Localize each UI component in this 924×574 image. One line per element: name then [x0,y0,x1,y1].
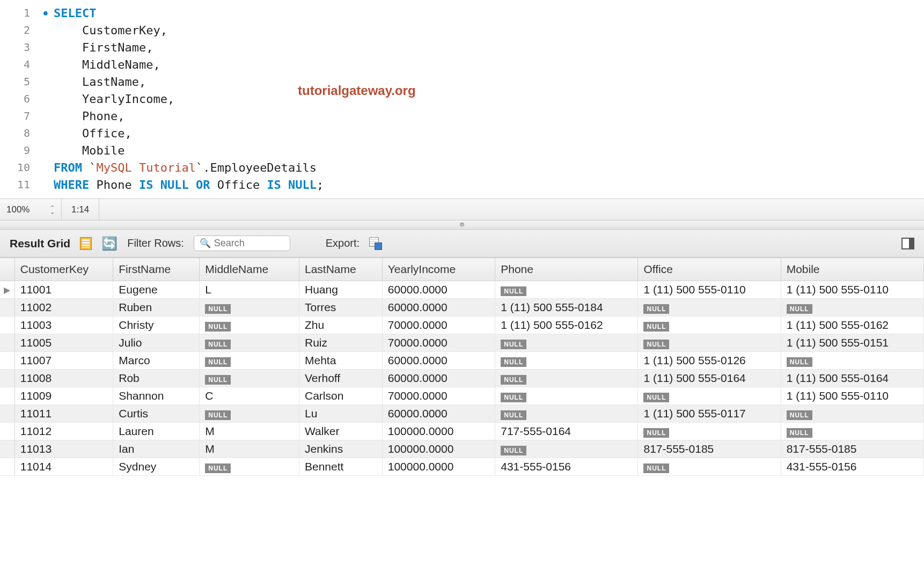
cell-office[interactable]: NULL [638,423,781,440]
column-header-phone[interactable]: Phone [495,258,638,281]
table-row[interactable]: 11012LaurenMWalker100000.0000717-555-016… [0,423,924,440]
cell-mobile[interactable]: 1 (11) 500 555-0110 [781,387,923,405]
cell-yearlyincome[interactable]: 100000.0000 [382,423,495,440]
cell-yearlyincome[interactable]: 60000.0000 [382,281,495,299]
cell-phone[interactable]: 1 (11) 500 555-0184 [495,299,638,317]
cell-firstname[interactable]: Ruben [113,299,200,317]
cell-customerkey[interactable]: 11009 [14,387,113,405]
splitter-handle[interactable] [0,220,924,230]
cell-firstname[interactable]: Ian [113,440,200,458]
table-row[interactable]: 11014SydneyNULLBennett100000.0000431-555… [0,458,924,476]
code-line[interactable]: 2 CustomerKey, [0,21,924,39]
cell-phone[interactable]: NULL [495,281,638,299]
cell-customerkey[interactable]: 11012 [14,423,113,440]
column-header-firstname[interactable]: FirstName [113,258,200,281]
cell-office[interactable]: 817-555-0185 [638,440,781,458]
cell-office[interactable]: NULL [638,317,781,334]
cell-phone[interactable]: NULL [495,405,638,423]
cell-office[interactable]: 1 (11) 500 555-0110 [638,281,781,299]
cell-mobile[interactable]: 431-555-0156 [781,458,923,476]
cell-yearlyincome[interactable]: 100000.0000 [382,440,495,458]
code-text[interactable]: FROM `MySQL Tutorial`.EmployeeDetails [54,161,317,174]
cell-mobile[interactable]: 1 (11) 500 555-0110 [781,281,923,299]
cell-mobile[interactable]: 817-555-0185 [781,440,923,458]
cell-yearlyincome[interactable]: 70000.0000 [382,317,495,334]
cell-phone[interactable]: 1 (11) 500 555-0162 [495,317,638,334]
table-row[interactable]: 11013IanMJenkins100000.0000NULL817-555-0… [0,440,924,458]
cell-customerkey[interactable]: 11001 [14,281,113,299]
cell-firstname[interactable]: Curtis [113,405,200,423]
cell-lastname[interactable]: Torres [299,299,382,317]
code-text[interactable]: Phone, [54,109,124,123]
cell-middlename[interactable]: NULL [200,317,299,334]
cell-phone[interactable]: NULL [495,387,638,405]
cell-firstname[interactable]: Lauren [113,423,200,440]
table-row[interactable]: 11008RobNULLVerhoff60000.0000NULL1 (11) … [0,370,924,387]
code-text[interactable]: Mobile [54,144,124,157]
cell-customerkey[interactable]: 11008 [14,370,113,387]
code-line[interactable]: 11WHERE Phone IS NULL OR Office IS NULL; [0,176,924,193]
cell-yearlyincome[interactable]: 60000.0000 [382,352,495,370]
cell-phone[interactable]: 717-555-0164 [495,423,638,440]
column-header-yearlyincome[interactable]: YearlyIncome [382,258,495,281]
zoom-stepper-icon[interactable]: ⌃⌄ [50,205,55,214]
table-row[interactable]: 11009ShannonCCarlson70000.0000NULLNULL1 … [0,387,924,405]
cell-customerkey[interactable]: 11007 [14,352,113,370]
cell-mobile[interactable]: NULL [781,352,923,370]
code-line[interactable]: 3 FirstName, [0,39,924,56]
cell-lastname[interactable]: Jenkins [299,440,382,458]
cell-office[interactable]: 1 (11) 500 555-0117 [638,405,781,423]
cell-yearlyincome[interactable]: 70000.0000 [382,334,495,352]
cell-customerkey[interactable]: 11014 [14,458,113,476]
cell-phone[interactable]: NULL [495,370,638,387]
cell-phone[interactable]: NULL [495,334,638,352]
table-row[interactable]: 11011CurtisNULLLu60000.0000NULL1 (11) 50… [0,405,924,423]
column-header-lastname[interactable]: LastName [299,258,382,281]
cell-mobile[interactable]: 1 (11) 500 555-0164 [781,370,923,387]
cell-firstname[interactable]: Rob [113,370,200,387]
cell-mobile[interactable]: NULL [781,423,923,440]
code-line[interactable]: 10FROM `MySQL Tutorial`.EmployeeDetails [0,159,924,176]
cell-middlename[interactable]: M [200,440,299,458]
code-text[interactable]: CustomerKey, [54,24,167,37]
refresh-icon[interactable]: 🔄 [101,236,118,251]
cell-lastname[interactable]: Mehta [299,352,382,370]
table-row[interactable]: ▶11001EugeneLHuang60000.0000NULL1 (11) 5… [0,281,924,299]
cell-yearlyincome[interactable]: 70000.0000 [382,387,495,405]
cell-firstname[interactable]: Shannon [113,387,200,405]
cell-lastname[interactable]: Huang [299,281,382,299]
sql-editor[interactable]: 1●SELECT2 CustomerKey,3 FirstName,4 Midd… [0,0,924,198]
cell-middlename[interactable]: NULL [200,334,299,352]
code-line[interactable]: 8 Office, [0,124,924,142]
cell-lastname[interactable]: Zhu [299,317,382,334]
cell-yearlyincome[interactable]: 60000.0000 [382,370,495,387]
cell-lastname[interactable]: Bennett [299,458,382,476]
code-line[interactable]: 1●SELECT [0,4,924,21]
cell-middlename[interactable]: NULL [200,405,299,423]
cell-yearlyincome[interactable]: 100000.0000 [382,458,495,476]
code-text[interactable]: YearlyIncome, [54,92,174,106]
cell-middlename[interactable]: L [200,281,299,299]
code-text[interactable]: FirstName, [54,41,153,54]
code-text[interactable]: LastName, [54,75,146,89]
cell-office[interactable]: NULL [638,458,781,476]
column-header-mobile[interactable]: Mobile [781,258,923,281]
column-header-middlename[interactable]: MiddleName [200,258,299,281]
cell-firstname[interactable]: Sydney [113,458,200,476]
cell-mobile[interactable]: NULL [781,405,923,423]
export-icon[interactable] [369,237,382,250]
cell-office[interactable]: 1 (11) 500 555-0126 [638,352,781,370]
column-header-customerkey[interactable]: CustomerKey [14,258,113,281]
table-row[interactable]: 11007MarcoNULLMehta60000.0000NULL1 (11) … [0,352,924,370]
code-text[interactable]: WHERE Phone IS NULL OR Office IS NULL; [54,178,324,192]
cell-phone[interactable]: NULL [495,440,638,458]
filter-search-input[interactable] [214,238,284,249]
code-text[interactable]: Office, [54,127,132,140]
code-line[interactable]: 5 LastName, [0,73,924,90]
cell-customerkey[interactable]: 11011 [14,405,113,423]
cell-middlename[interactable]: C [200,387,299,405]
cell-firstname[interactable]: Marco [113,352,200,370]
cell-yearlyincome[interactable]: 60000.0000 [382,299,495,317]
code-text[interactable]: MiddleName, [54,58,160,71]
cell-middlename[interactable]: M [200,423,299,440]
